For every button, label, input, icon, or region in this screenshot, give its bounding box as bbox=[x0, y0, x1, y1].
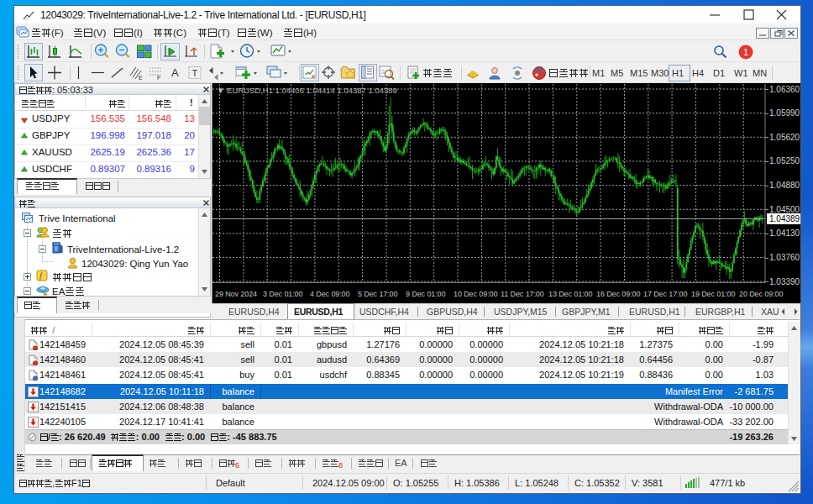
svg-text:A: A bbox=[171, 66, 179, 79]
svg-text:1: 1 bbox=[743, 47, 748, 57]
svg-text:F: F bbox=[157, 75, 160, 81]
svg-text:E: E bbox=[139, 75, 143, 81]
svg-text:T: T bbox=[192, 68, 198, 78]
